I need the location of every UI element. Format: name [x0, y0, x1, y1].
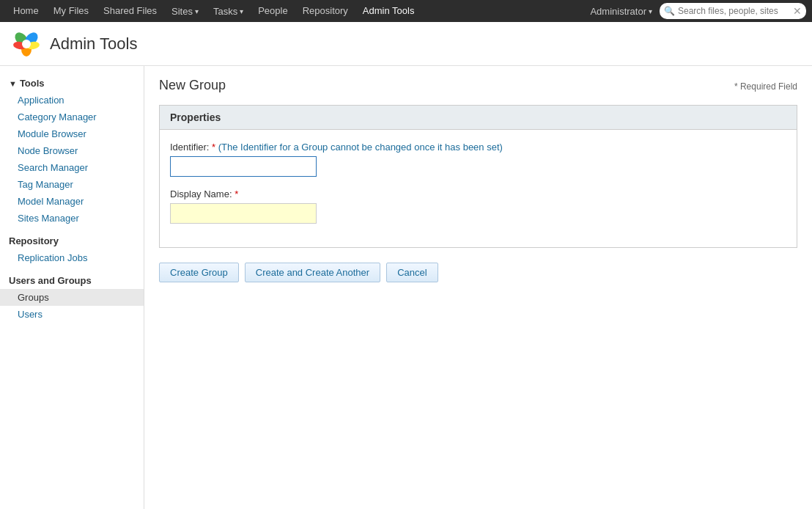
display-name-required-star: *: [235, 188, 238, 199]
tasks-dropdown-arrow: ▾: [240, 7, 243, 15]
main-layout: ▼ Tools Application Category Manager Mod…: [0, 66, 812, 509]
app-title: Admin Tools: [50, 34, 137, 54]
identifier-field-row: Identifier: * (The Identifier for a Grou…: [170, 142, 786, 177]
admin-dropdown-arrow: ▾: [649, 7, 652, 15]
sidebar-item-application[interactable]: Application: [0, 92, 144, 109]
search-icon: 🔍: [664, 6, 675, 16]
sidebar: ▼ Tools Application Category Manager Mod…: [0, 66, 144, 509]
action-buttons: Create Group Create and Create Another C…: [159, 263, 797, 282]
identifier-required-star: *: [212, 142, 218, 153]
identifier-input[interactable]: [170, 156, 317, 177]
sidebar-item-groups[interactable]: Groups: [0, 289, 144, 306]
users-groups-section-header: Users and Groups: [0, 271, 144, 289]
sites-dropdown-arrow: ▾: [195, 7, 199, 15]
nav-people[interactable]: People: [251, 0, 295, 22]
create-and-create-another-button[interactable]: Create and Create Another: [245, 263, 380, 282]
sidebar-item-model-manager[interactable]: Model Manager: [0, 193, 144, 210]
sidebar-item-tag-manager[interactable]: Tag Manager: [0, 176, 144, 193]
tools-section-header: ▼ Tools: [0, 73, 144, 92]
nav-tasks[interactable]: Tasks ▾: [206, 6, 251, 17]
cancel-button[interactable]: Cancel: [386, 263, 438, 282]
top-nav: Home My Files Shared Files Sites ▾ Tasks…: [0, 0, 812, 22]
display-name-input[interactable]: [170, 203, 317, 224]
sidebar-item-node-browser[interactable]: Node Browser: [0, 142, 144, 159]
app-logo: [12, 29, 41, 59]
sidebar-item-module-browser[interactable]: Module Browser: [0, 125, 144, 142]
identifier-label: Identifier: * (The Identifier for a Grou…: [170, 142, 786, 153]
repository-section-header: Repository: [0, 231, 144, 249]
sidebar-item-category-manager[interactable]: Category Manager: [0, 109, 144, 125]
nav-admin-tools[interactable]: Admin Tools: [355, 0, 422, 22]
required-field-note: * Required Field: [734, 81, 797, 92]
properties-panel: Properties Identifier: * (The Identifier…: [159, 105, 797, 248]
create-group-button[interactable]: Create Group: [159, 263, 239, 282]
nav-shared-files[interactable]: Shared Files: [96, 0, 164, 22]
nav-home[interactable]: Home: [6, 0, 46, 22]
svg-point-6: [22, 40, 31, 48]
display-name-label: Display Name: *: [170, 188, 786, 199]
main-content: New Group * Required Field Properties Id…: [144, 66, 812, 509]
sidebar-item-search-manager[interactable]: Search Manager: [0, 159, 144, 176]
display-name-field-row: Display Name: *: [170, 188, 786, 224]
properties-panel-body: Identifier: * (The Identifier for a Grou…: [160, 130, 797, 247]
sidebar-item-users[interactable]: Users: [0, 306, 144, 323]
app-header: Admin Tools: [0, 22, 812, 66]
tools-collapse-arrow[interactable]: ▼: [9, 79, 17, 88]
sidebar-item-sites-manager[interactable]: Sites Manager: [0, 210, 144, 227]
page-title: New Group: [159, 78, 226, 93]
nav-sites[interactable]: Sites ▾: [164, 6, 206, 17]
page-header: New Group * Required Field: [159, 78, 797, 93]
properties-panel-header: Properties: [160, 106, 797, 130]
admin-user-dropdown[interactable]: Administrator ▾: [583, 6, 660, 17]
identifier-note: (The Identifier for a Group cannot be ch…: [218, 142, 503, 153]
search-input[interactable]: [678, 6, 793, 16]
nav-repository[interactable]: Repository: [295, 0, 355, 22]
nav-my-files[interactable]: My Files: [46, 0, 96, 22]
sidebar-item-replication-jobs[interactable]: Replication Jobs: [0, 249, 144, 266]
search-box: 🔍 ✕: [660, 3, 806, 19]
search-clear-icon[interactable]: ✕: [793, 5, 802, 17]
